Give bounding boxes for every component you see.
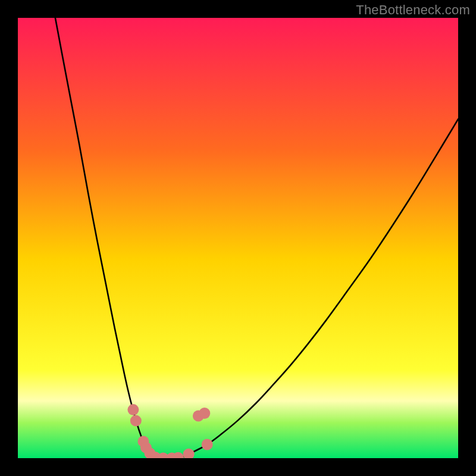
curve-marker [140, 442, 152, 453]
curve-marker [127, 404, 139, 415]
curve-marker [199, 408, 210, 419]
plot-area [18, 18, 458, 458]
chart-frame: TheBottleneck.com [0, 0, 476, 476]
watermark-text: TheBottleneck.com [356, 2, 470, 18]
gradient-rect [18, 18, 458, 458]
curve-marker [130, 415, 142, 427]
curve-marker [202, 439, 213, 450]
chart-svg [18, 18, 458, 458]
